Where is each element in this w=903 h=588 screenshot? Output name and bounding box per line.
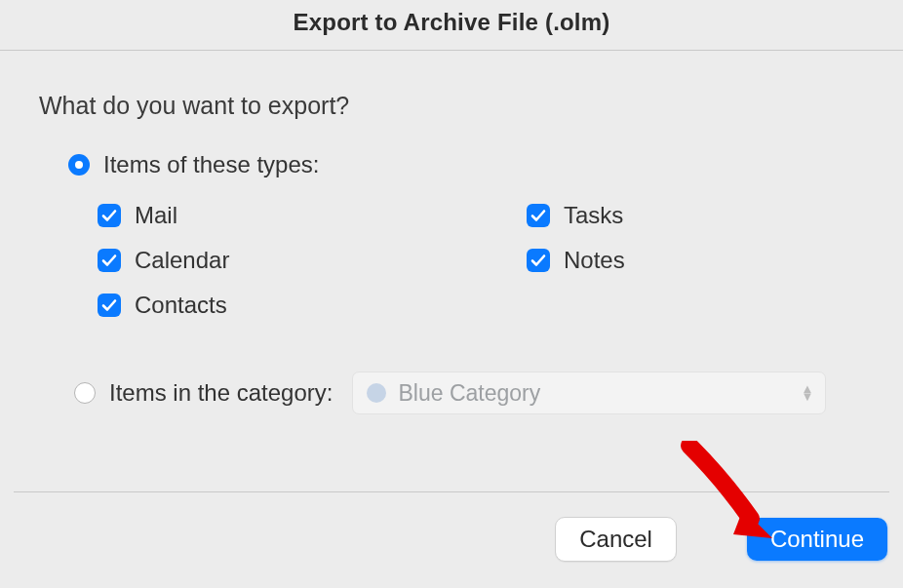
dialog-content: What do you want to export? Items of the…: [0, 51, 903, 414]
checkmark-icon: [98, 204, 121, 227]
continue-button[interactable]: Continue: [747, 518, 887, 561]
checkmark-icon: [98, 294, 121, 317]
cancel-button[interactable]: Cancel: [555, 517, 677, 562]
category-color-swatch-icon: [367, 383, 386, 403]
checkbox-mail[interactable]: Mail: [98, 202, 527, 229]
radio-option-category[interactable]: Items in the category:: [74, 379, 333, 407]
checkmark-icon: [527, 204, 550, 227]
checkbox-calendar[interactable]: Calendar: [98, 247, 527, 274]
checkmark-icon: [98, 249, 121, 272]
category-select-value: Blue Category: [398, 380, 540, 407]
radio-icon: [68, 154, 90, 176]
checkbox-mail-label: Mail: [135, 202, 177, 229]
radio-category-label: Items in the category:: [109, 379, 333, 407]
checkbox-notes-label: Notes: [564, 247, 625, 274]
checkbox-notes[interactable]: Notes: [527, 247, 864, 274]
radio-option-category-row: Items in the category: Blue Category ▲▼: [74, 372, 864, 414]
radio-option-types[interactable]: Items of these types:: [68, 151, 864, 178]
footer-divider: [14, 491, 889, 492]
checkmark-icon: [527, 249, 550, 272]
dialog-title: Export to Archive File (.olm): [0, 0, 903, 51]
checkbox-tasks-label: Tasks: [564, 202, 623, 229]
checkbox-tasks[interactable]: Tasks: [527, 202, 864, 229]
radio-types-label: Items of these types:: [103, 151, 319, 178]
checkbox-contacts[interactable]: Contacts: [98, 292, 527, 319]
types-checkbox-group: Mail Tasks Calendar Notes: [98, 202, 864, 319]
dialog-buttons: Cancel Continue: [555, 517, 887, 562]
question-label: What do you want to export?: [39, 92, 864, 120]
checkbox-contacts-label: Contacts: [135, 292, 227, 319]
chevron-up-down-icon: ▲▼: [802, 385, 814, 401]
export-dialog: Export to Archive File (.olm) What do yo…: [0, 0, 903, 588]
category-select[interactable]: Blue Category ▲▼: [352, 372, 826, 414]
radio-icon: [74, 382, 96, 404]
checkbox-calendar-label: Calendar: [135, 247, 229, 274]
